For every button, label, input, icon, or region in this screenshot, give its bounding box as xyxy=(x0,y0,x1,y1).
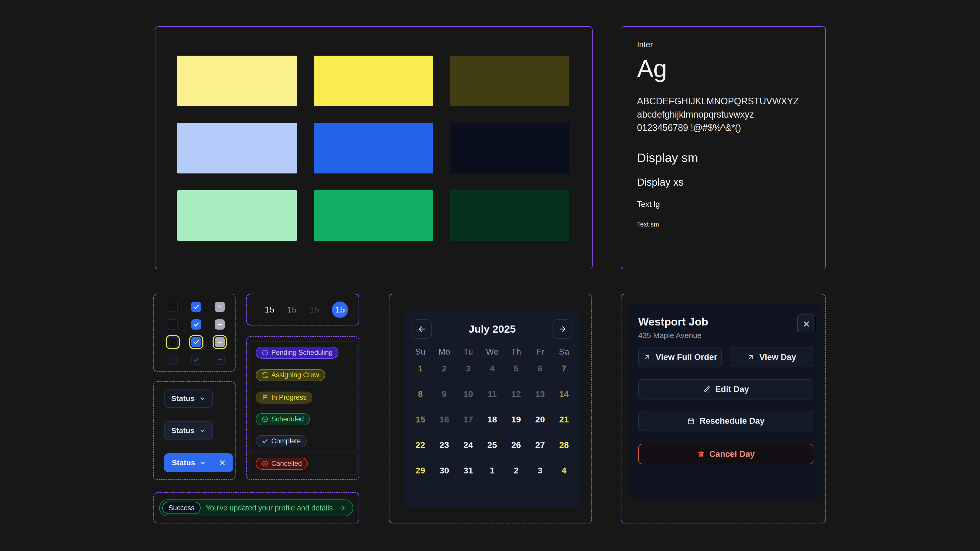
status-badge-cancelled[interactable]: Cancelled xyxy=(256,457,308,470)
calendar-day[interactable]: 23 xyxy=(432,440,456,450)
calendar-day[interactable]: 18 xyxy=(480,414,504,424)
check-circle-icon xyxy=(262,416,269,423)
status-badge-scheduled[interactable]: Scheduled xyxy=(256,413,310,425)
calendar-day[interactable]: 28 xyxy=(552,440,576,450)
calendar-day[interactable]: 25 xyxy=(480,440,504,450)
reschedule-day-button[interactable]: Reschedule Day xyxy=(638,411,813,431)
status-badge-in-progress[interactable]: In Progress xyxy=(256,392,312,403)
check-icon xyxy=(193,339,200,345)
calendar-day[interactable]: 3 xyxy=(456,364,480,373)
clear-filter-button[interactable] xyxy=(212,454,232,472)
color-swatch-yellow-light xyxy=(177,56,297,106)
calendar-day[interactable]: 6 xyxy=(528,364,552,373)
calendar-day[interactable]: 16 xyxy=(432,414,456,424)
success-toast[interactable]: Success You've updated your profile and … xyxy=(159,499,353,516)
status-badge-label: Assigning Crew xyxy=(271,371,319,379)
checkbox-unchecked-disabled xyxy=(168,354,178,365)
calendar-day[interactable]: 17 xyxy=(456,414,480,424)
checkbox-unchecked-focus[interactable] xyxy=(168,337,178,347)
calendar-week: 22232425262728 xyxy=(408,432,576,457)
calendar-day[interactable]: 1 xyxy=(408,364,432,373)
calendar-day[interactable]: 11 xyxy=(480,389,504,399)
checkbox-checked-default[interactable] xyxy=(191,302,201,312)
calendar-day[interactable]: 26 xyxy=(504,440,528,450)
status-badge-pending-scheduling[interactable]: Pending Scheduling xyxy=(256,347,339,359)
previous-month-button[interactable] xyxy=(412,319,432,339)
chevron-down-icon xyxy=(199,459,206,466)
calendar-day[interactable]: 2 xyxy=(504,465,528,475)
status-badge-assigning-crew[interactable]: Assigning Crew xyxy=(256,369,325,381)
next-month-button[interactable] xyxy=(552,319,573,339)
status-dropdown-hover[interactable]: Status xyxy=(164,421,213,440)
status-dropdown-active[interactable]: Status xyxy=(164,453,233,472)
arrow-left-icon xyxy=(417,325,426,333)
calendar-day[interactable]: 2 xyxy=(432,364,456,373)
color-swatch-green-dark xyxy=(450,190,570,241)
toast-status-chip: Success xyxy=(162,502,200,514)
arrow-up-right-icon xyxy=(643,353,651,361)
calendar-day[interactable]: 29 xyxy=(408,465,432,475)
close-button[interactable] xyxy=(797,314,816,333)
weekday-label: Sa xyxy=(552,347,576,357)
calendar-day[interactable]: 4 xyxy=(552,465,576,475)
calendar-day[interactable]: 20 xyxy=(528,414,552,424)
calendar-day[interactable]: 21 xyxy=(552,414,576,424)
weekday-label: Fr xyxy=(528,347,552,357)
checkbox-checked-default[interactable] xyxy=(191,319,201,330)
pencil-icon xyxy=(703,386,711,393)
calendar-day[interactable]: 9 xyxy=(432,389,456,399)
checkbox-unchecked-default[interactable] xyxy=(168,319,178,330)
calendar-day[interactable]: 1 xyxy=(480,465,504,475)
calendar-day[interactable]: 7 xyxy=(552,364,576,373)
trash-icon xyxy=(697,450,705,458)
calendar-day[interactable]: 8 xyxy=(408,389,432,399)
calendar-icon xyxy=(687,417,695,425)
check-icon xyxy=(193,321,200,328)
calendar-week: 15161718192021 xyxy=(408,407,576,432)
calendar-day[interactable]: 15 xyxy=(408,414,432,424)
day-number-states-frame: 15151515 xyxy=(246,294,360,326)
view-full-order-button[interactable]: View Full Order xyxy=(638,347,722,367)
calendar-day[interactable]: 10 xyxy=(456,389,480,399)
arrow-up-right-icon xyxy=(747,353,755,361)
calendar-day[interactable]: 5 xyxy=(504,364,528,373)
day-number-disabled[interactable]: 15 xyxy=(310,305,319,314)
cancel-day-button[interactable]: Cancel Day xyxy=(638,444,813,464)
day-number-selected[interactable]: 15 xyxy=(332,302,348,318)
calendar-day[interactable]: 12 xyxy=(504,389,528,399)
status-badge-row: Cancelled xyxy=(250,452,356,475)
swatch-grid xyxy=(177,56,570,241)
status-badge-label: Cancelled xyxy=(271,460,302,468)
calendar-day[interactable]: 30 xyxy=(432,465,456,475)
status-dropdown-label: Status xyxy=(171,426,195,435)
calendar-week: 2930311234 xyxy=(408,457,576,483)
calendar-day[interactable]: 31 xyxy=(456,465,480,475)
job-card: Westport Job 435 Maple Avenue View Full … xyxy=(629,304,822,499)
checkbox-indeterminate-default[interactable] xyxy=(215,302,225,312)
checkbox-indeterminate-focus[interactable] xyxy=(215,337,225,347)
status-badge-complete[interactable]: Complete xyxy=(256,435,307,447)
checkbox-indeterminate-default[interactable] xyxy=(215,319,225,330)
arrow-right-icon xyxy=(558,325,567,333)
checkbox-checked-focus[interactable] xyxy=(191,337,201,347)
day-number-default[interactable]: 15 xyxy=(265,305,274,314)
weekday-label: Tu xyxy=(456,347,480,357)
view-day-button[interactable]: View Day xyxy=(730,347,813,367)
weekday-label: Mo xyxy=(432,347,456,357)
calendar-day[interactable]: 13 xyxy=(528,389,552,399)
calendar-day[interactable]: 19 xyxy=(504,414,528,424)
calendar-day[interactable]: 4 xyxy=(480,364,504,373)
edit-day-button[interactable]: Edit Day xyxy=(638,379,813,400)
status-dropdown-label: Status xyxy=(172,458,195,467)
calendar-day[interactable]: 14 xyxy=(552,389,576,399)
color-swatch-blue-light xyxy=(177,123,297,173)
calendar-day[interactable]: 24 xyxy=(456,440,480,450)
checkbox-unchecked-default[interactable] xyxy=(168,302,178,312)
calendar-day[interactable]: 22 xyxy=(408,440,432,450)
status-dropdown-default[interactable]: Status xyxy=(164,389,213,408)
calendar-day[interactable]: 27 xyxy=(528,440,552,450)
status-dropdown-main[interactable]: Status xyxy=(165,454,212,472)
calendar-day[interactable]: 3 xyxy=(528,465,552,475)
alphabet-lowercase: abcdefghijklmnopqrstuvwxyz xyxy=(637,108,810,121)
day-number-muted[interactable]: 15 xyxy=(287,305,297,314)
